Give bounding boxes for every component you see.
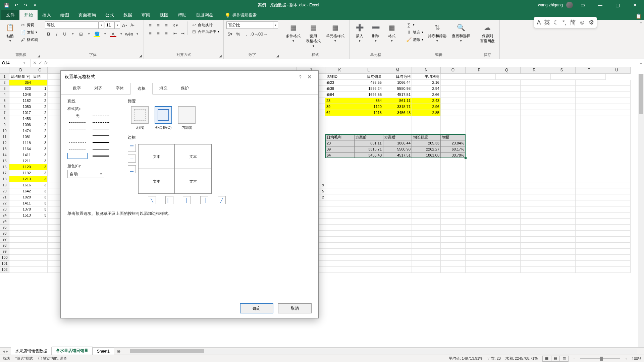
dialog-cancel-button[interactable]: 取消 [278, 303, 312, 313]
cell[interactable] [441, 128, 466, 134]
cell[interactable] [603, 200, 631, 206]
cell[interactable] [383, 249, 412, 255]
cell[interactable]: 日均 [32, 74, 48, 80]
cell[interactable]: 3 [32, 152, 48, 158]
alignment-launcher[interactable]: ◢ [218, 53, 223, 58]
cell[interactable] [412, 213, 441, 219]
cell[interactable] [468, 74, 496, 80]
cell[interactable]: 日均销量▾ [9, 74, 32, 80]
cell[interactable] [412, 116, 441, 122]
cell[interactable] [493, 231, 521, 237]
cell[interactable]: 4517.51 [383, 152, 412, 158]
cell[interactable]: 861.11 [383, 98, 412, 104]
dlg-tab-fill[interactable]: 填充 [153, 83, 174, 94]
cell[interactable] [548, 176, 576, 182]
format-painter-button[interactable]: 🖌格式刷 [19, 36, 39, 43]
cell[interactable] [548, 267, 576, 273]
row-header[interactable]: 94 [0, 219, 9, 225]
cell[interactable] [548, 182, 576, 188]
cell[interactable] [603, 86, 631, 92]
cell[interactable] [521, 146, 548, 152]
line-style-none[interactable]: 无 [67, 113, 88, 119]
cell[interactable] [603, 152, 631, 158]
cell[interactable] [466, 206, 493, 213]
cell[interactable] [576, 86, 603, 92]
collapse-ribbon-icon[interactable]: ⌃ [639, 21, 643, 26]
cell[interactable]: 3 [32, 146, 48, 152]
cell[interactable] [441, 110, 466, 116]
col-header-U[interactable]: U [603, 67, 631, 74]
cell[interactable] [521, 158, 548, 164]
cell[interactable] [521, 182, 548, 188]
cell[interactable] [412, 164, 441, 170]
cell[interactable] [466, 194, 493, 200]
row-header[interactable]: 8 [0, 116, 9, 122]
cell[interactable] [466, 110, 493, 116]
share-icon[interactable]: 📋 [636, 13, 641, 19]
cell[interactable] [383, 170, 412, 176]
cell[interactable] [493, 80, 521, 86]
cell[interactable]: 平均利润 [412, 74, 441, 80]
cell[interactable] [354, 182, 383, 188]
cell[interactable] [354, 255, 383, 261]
cell[interactable] [466, 249, 493, 255]
sort-filter-button[interactable]: ⇅排序和筛选▾ [426, 21, 448, 43]
col-header-L[interactable]: L [354, 67, 383, 74]
increase-font-button[interactable]: A▴ [121, 21, 128, 29]
cell[interactable] [412, 219, 441, 225]
cell[interactable] [603, 194, 631, 200]
row-header[interactable]: 101 [0, 261, 9, 267]
cell[interactable]: 3 [32, 140, 48, 146]
cell[interactable] [412, 200, 441, 206]
cell[interactable] [493, 98, 521, 104]
zoom-out[interactable]: − [573, 357, 575, 361]
cell[interactable]: 1513 [9, 213, 32, 219]
format-cells-button[interactable]: ▦格式▾ [384, 21, 399, 43]
cell[interactable] [466, 152, 493, 158]
cell[interactable] [493, 243, 521, 249]
cell[interactable] [576, 237, 603, 243]
dlg-tab-font[interactable]: 字体 [109, 83, 130, 94]
cell[interactable] [521, 176, 548, 182]
cell[interactable]: 861.11 [354, 140, 383, 146]
vertical-scrollbar[interactable] [638, 74, 644, 347]
cell[interactable] [603, 140, 631, 146]
sheet-tab-2[interactable]: 各水果店铺日销量 [52, 347, 93, 355]
cell[interactable] [548, 158, 576, 164]
row-header[interactable]: 5 [0, 98, 9, 104]
ime-smile-icon[interactable]: ☺ [579, 19, 585, 26]
cell[interactable] [576, 200, 603, 206]
col-header-N[interactable]: N [412, 67, 441, 74]
cell[interactable] [603, 249, 631, 255]
cell[interactable] [603, 182, 631, 188]
ime-moon-icon[interactable]: ☾ [553, 19, 559, 26]
status-accessibility[interactable]: ⓘ 辅助功能: 调查 [38, 356, 67, 361]
line-style-6[interactable] [67, 133, 88, 139]
cell[interactable] [441, 116, 466, 122]
view-page-layout[interactable]: ▤ [551, 356, 560, 362]
row-header[interactable]: 21 [0, 194, 9, 200]
underline-button[interactable]: U [61, 30, 68, 38]
row-header[interactable]: 22 [0, 200, 9, 206]
row-header[interactable]: 20 [0, 188, 9, 194]
row-header[interactable]: 2 [0, 80, 9, 86]
italic-button[interactable]: I [53, 30, 60, 38]
border-left-btn[interactable]: ▏ [165, 196, 173, 204]
cell[interactable] [9, 267, 32, 273]
cell[interactable] [325, 182, 354, 188]
row-header[interactable]: 96 [0, 231, 9, 237]
cell[interactable] [466, 92, 493, 98]
cell[interactable] [441, 225, 466, 231]
line-style-12[interactable] [67, 153, 88, 159]
cell[interactable] [9, 249, 32, 255]
cell[interactable] [441, 104, 466, 110]
cell[interactable]: 1081 [9, 134, 32, 140]
conditional-format-button[interactable]: ▦条件格式▾ [284, 21, 303, 43]
cell[interactable] [521, 80, 548, 86]
cell[interactable] [354, 225, 383, 231]
cell[interactable] [441, 86, 466, 92]
number-format-select[interactable] [226, 21, 273, 29]
cell[interactable]: 1066.44 [383, 140, 412, 146]
cell[interactable] [548, 188, 576, 194]
cell[interactable] [576, 249, 603, 255]
